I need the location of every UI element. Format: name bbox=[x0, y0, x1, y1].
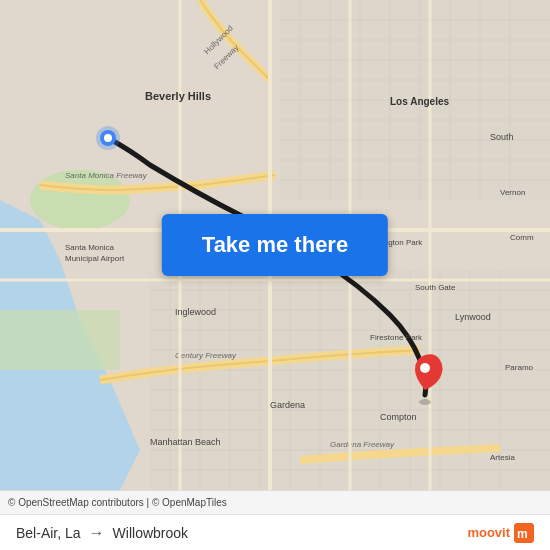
svg-text:Firestone Park: Firestone Park bbox=[370, 333, 423, 342]
moovit-brand-text: moovit bbox=[467, 525, 510, 540]
svg-rect-3 bbox=[0, 310, 120, 370]
attribution-text: © OpenStreetMap contributors | © OpenMap… bbox=[8, 497, 227, 508]
route-arrow: → bbox=[89, 524, 105, 542]
svg-text:Los Angeles: Los Angeles bbox=[390, 96, 450, 107]
svg-text:Paramo: Paramo bbox=[505, 363, 534, 372]
svg-text:Lynwood: Lynwood bbox=[455, 312, 491, 322]
svg-text:Artesia: Artesia bbox=[490, 453, 515, 462]
route-from: Bel-Air, La bbox=[16, 525, 81, 541]
svg-text:Inglewood: Inglewood bbox=[175, 307, 216, 317]
moovit-logo: moovit m bbox=[467, 523, 534, 543]
svg-text:Gardena: Gardena bbox=[270, 400, 305, 410]
route-to: Willowbrook bbox=[113, 525, 188, 541]
svg-text:Santa Monica: Santa Monica bbox=[65, 243, 114, 252]
button-overlay: Take me there bbox=[162, 214, 388, 276]
svg-text:Vernon: Vernon bbox=[500, 188, 525, 197]
svg-text:m: m bbox=[517, 527, 528, 541]
attribution-bar: © OpenStreetMap contributors | © OpenMap… bbox=[0, 490, 550, 514]
svg-text:Manhattan Beach: Manhattan Beach bbox=[150, 437, 221, 447]
map-container: Hollywood Freeway Santa Monica Freeway C… bbox=[0, 0, 550, 490]
svg-text:South Gate: South Gate bbox=[415, 283, 456, 292]
svg-text:Municipal Airport: Municipal Airport bbox=[65, 254, 125, 263]
svg-text:Gardena Freeway: Gardena Freeway bbox=[330, 440, 395, 449]
svg-text:South: South bbox=[490, 132, 514, 142]
svg-text:Compton: Compton bbox=[380, 412, 417, 422]
svg-point-75 bbox=[104, 134, 112, 142]
take-me-there-button[interactable]: Take me there bbox=[162, 214, 388, 276]
svg-text:Santa Monica Freeway: Santa Monica Freeway bbox=[65, 171, 148, 180]
svg-text:Century Freeway: Century Freeway bbox=[175, 351, 237, 360]
svg-point-77 bbox=[420, 363, 430, 373]
svg-text:Comm: Comm bbox=[510, 233, 534, 242]
bottom-bar: Bel-Air, La → Willowbrook moovit m bbox=[0, 514, 550, 550]
svg-text:Beverly Hills: Beverly Hills bbox=[145, 90, 211, 102]
moovit-icon: m bbox=[514, 523, 534, 543]
svg-point-76 bbox=[419, 399, 431, 405]
